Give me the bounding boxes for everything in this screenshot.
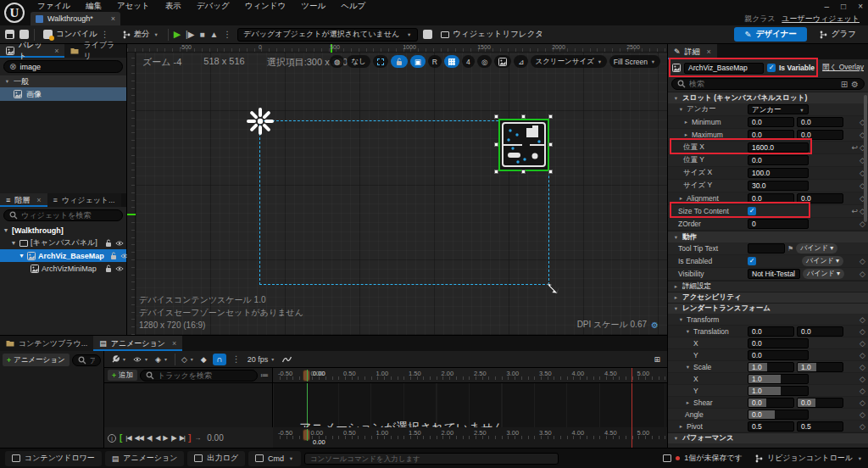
output-log-button[interactable]: 出力ログ <box>187 451 244 466</box>
is-enabled-bind-dropdown[interactable]: バインド ▾ <box>802 256 843 266</box>
pivot-x-input[interactable]: 0.5 <box>748 421 794 432</box>
visibility-dropdown[interactable]: Not Hit-Testal▾ <box>748 269 800 279</box>
debug-filter-icon[interactable] <box>423 30 432 39</box>
lock-widgets-button[interactable] <box>391 55 408 68</box>
flags-none-button[interactable]: なし <box>347 55 370 68</box>
grid-snap-button[interactable] <box>444 55 459 68</box>
reset-icon[interactable]: ↩ <box>852 207 859 215</box>
bind-diamond-icon[interactable]: ◇ <box>860 270 865 278</box>
save-icon[interactable] <box>5 30 14 39</box>
designer-canvas[interactable]: -50005001000150020002500 ズーム -4 518 x 51… <box>127 44 667 335</box>
diff-button[interactable]: 差分 ▾ <box>119 27 163 42</box>
scale-y-input[interactable]: 1.0 <box>797 362 843 372</box>
shear-x-input[interactable]: 0.0 <box>748 398 794 408</box>
scale-y-sub-input[interactable]: 1.0 <box>748 386 809 396</box>
play-options-icon[interactable]: ⋮ <box>223 30 232 39</box>
tab-close-icon[interactable]: × <box>54 47 58 55</box>
parent-class-link[interactable]: ユーザーウィジェット <box>782 14 860 23</box>
jump-to-start-icon[interactable]: |◀ <box>125 434 131 442</box>
lock-icon[interactable] <box>104 265 113 273</box>
gear-icon[interactable]: ⚙ <box>651 320 659 330</box>
tab-library[interactable]: ライブラリ <box>64 44 126 58</box>
flag-icon[interactable]: ⚑ <box>787 245 793 253</box>
range-playhead-grip[interactable] <box>303 429 310 441</box>
graph-button[interactable]: グラフ <box>812 29 863 40</box>
filter-icon[interactable]: ≔ <box>260 370 269 380</box>
position-y-input[interactable]: 0.0 <box>748 155 809 165</box>
minimum-x-input[interactable]: 0.0 <box>748 117 794 127</box>
tab-content-browser[interactable]: コンテンツブラウ... <box>0 336 93 351</box>
menu-file[interactable]: ファイル <box>31 1 77 12</box>
visibility-eye-icon[interactable] <box>115 239 124 248</box>
gear-icon[interactable]: ⚙ <box>851 80 859 89</box>
section-behavior[interactable]: ▾動作 <box>668 231 868 242</box>
tree-item-archviz-minimap[interactable]: ArchVizMiniMap <box>0 262 126 275</box>
play-reverse-icon[interactable]: ◀ <box>155 434 159 442</box>
mirror-icon[interactable]: ⊿ <box>514 55 528 68</box>
animation-search[interactable] <box>72 354 101 366</box>
debug-object-dropdown[interactable]: デバッグオブジェクトが選択されていません ▾ <box>237 28 418 42</box>
sequencer-options-icon[interactable]: ⊞ <box>654 355 660 364</box>
maximize-icon[interactable]: □ <box>841 2 846 11</box>
size-to-content-checkbox[interactable]: ✓ <box>748 207 756 215</box>
anchor-medallion-icon[interactable] <box>245 106 275 136</box>
anchors-dropdown[interactable]: アンカー▾ <box>748 104 809 114</box>
previous-key-icon[interactable]: ◀| <box>147 434 152 442</box>
palette-group-general[interactable]: ▾ 一般 <box>0 75 126 87</box>
fps-dropdown[interactable]: 20 fps▾ <box>248 355 276 364</box>
hierarchy-search-input[interactable] <box>21 211 117 220</box>
playback-end-marker[interactable] <box>632 368 632 383</box>
console-command-input[interactable] <box>310 454 553 463</box>
resize-handle[interactable] <box>494 170 498 174</box>
translation-x-input[interactable]: 0.0 <box>748 326 794 337</box>
document-tab[interactable]: Walkthrough* × <box>31 12 120 25</box>
play-forward-icon[interactable]: ▶ <box>163 434 167 442</box>
curve-editor-button[interactable] <box>281 355 292 364</box>
resize-handle[interactable] <box>521 170 526 174</box>
preview-background-icon[interactable] <box>494 55 511 68</box>
tab-widgets[interactable]: ≡ ウィジェット... <box>47 193 121 207</box>
bind-diamond-icon[interactable]: ◇ <box>860 327 865 336</box>
tab-animation[interactable]: ▤ アニメーション× <box>93 336 182 351</box>
scale-x-input[interactable]: 1.0 <box>748 362 794 372</box>
range-end-icon[interactable]: ] <box>188 433 191 443</box>
bind-diamond-icon[interactable]: ◇ <box>860 257 865 265</box>
palette-search-input[interactable] <box>19 63 117 71</box>
lock-icon[interactable] <box>109 252 118 260</box>
tooltip-bind-dropdown[interactable]: バインド ▾ <box>796 243 837 254</box>
lock-icon[interactable] <box>104 239 113 248</box>
next-key-icon[interactable]: ▶| <box>180 434 185 442</box>
add-animation-button[interactable]: + アニメーション <box>3 354 70 366</box>
angle-input[interactable]: 0.0 <box>748 410 809 420</box>
tab-palette[interactable]: パレット× <box>0 44 64 58</box>
menu-debug[interactable]: デバッグ <box>190 1 236 12</box>
visibility-bind-dropdown[interactable]: バインド ▾ <box>803 269 844 279</box>
menu-tools[interactable]: ツール <box>294 1 332 12</box>
fill-screen-dropdown[interactable]: Fill Screen ▾ <box>609 55 660 68</box>
bind-diamond-icon[interactable]: ◇ <box>860 387 865 395</box>
bind-diamond-icon[interactable]: ◇ <box>860 339 865 348</box>
r-label[interactable]: R <box>428 55 442 68</box>
menu-asset[interactable]: アセット <box>110 1 157 12</box>
pivot-y-input[interactable]: 0.5 <box>797 421 843 432</box>
widget-name-input[interactable]: ArchViz_BaseMap <box>684 63 764 74</box>
play-button[interactable]: ▶ <box>174 29 181 40</box>
resize-handle[interactable] <box>521 114 526 119</box>
animation-search-input[interactable] <box>90 356 95 365</box>
is-variable-checkbox[interactable]: ✓ <box>767 64 776 72</box>
zorder-input[interactable]: 0 <box>748 219 809 229</box>
bind-diamond-icon[interactable]: ◇ <box>860 351 865 359</box>
track-search[interactable] <box>140 370 258 382</box>
caret-down-icon[interactable]: ▼ <box>10 240 17 246</box>
resize-handle[interactable] <box>548 170 553 174</box>
keyframe-options-dropdown[interactable]: ◇▾ <box>181 355 195 364</box>
console-command-field[interactable] <box>304 453 559 465</box>
playhead-grip[interactable] <box>303 370 310 382</box>
clear-search-icon[interactable]: ⊗ <box>9 62 16 71</box>
timeline-ruler[interactable]: 0.00 -0.500.000.501.001.502.002.503.003.… <box>273 368 667 383</box>
hierarchy-search[interactable] <box>3 209 123 221</box>
translation-y-sub-input[interactable]: 0.0 <box>748 350 809 360</box>
is-enabled-checkbox[interactable]: ✓ <box>748 257 756 265</box>
tab-hierarchy[interactable]: ≡ 階層× <box>0 193 47 207</box>
tree-item-archviz-basemap[interactable]: ▼ ArchViz_BaseMap <box>0 249 126 262</box>
